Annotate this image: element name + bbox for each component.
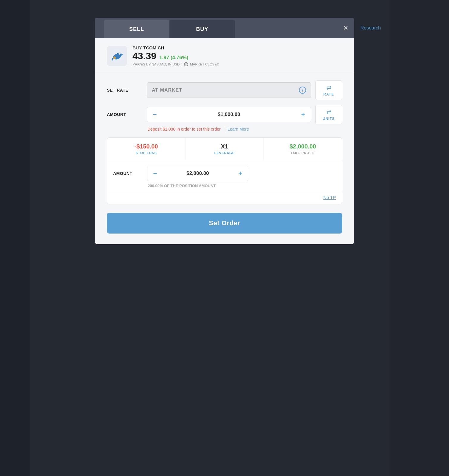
- tp-percentage-suffix: OF THE POSITION AMOUNT: [164, 184, 216, 188]
- stock-logo: [107, 46, 127, 66]
- set-rate-label: SET RATE: [107, 88, 143, 93]
- amount-input-group: − +: [147, 107, 311, 122]
- tp-amount-row: AMOUNT − +: [113, 166, 336, 181]
- tab-sell[interactable]: SELL: [104, 20, 169, 38]
- amount-decrease-button[interactable]: −: [147, 107, 163, 122]
- stock-meta: PRICES BY NASDAQ, IN USD | ⊙ MARKET CLOS…: [132, 62, 219, 66]
- set-rate-row: SET RATE AT MARKET i ⇄ RATE: [107, 80, 342, 100]
- tp-amount-input-group: − +: [147, 166, 248, 181]
- stock-action-label: BUY TCOM.CH: [132, 45, 219, 51]
- svg-point-5: [113, 57, 116, 59]
- stop-loss-label: STOP LOSS: [112, 151, 180, 155]
- research-label: Research: [361, 25, 381, 31]
- svg-point-4: [120, 54, 120, 55]
- take-profit-value: $2,000.00: [269, 143, 337, 150]
- rate-button-label: RATE: [323, 92, 334, 96]
- take-profit-label: TAKE PROFIT: [269, 151, 337, 155]
- info-icon[interactable]: i: [299, 87, 306, 94]
- stock-info: BUY TCOM.CH 43.39 1.97 (4.76%) PRICES BY…: [107, 45, 342, 66]
- dolphin-icon: [109, 48, 125, 64]
- stock-price-row: 43.39 1.97 (4.76%): [132, 51, 219, 62]
- tp-increase-button[interactable]: +: [233, 166, 248, 181]
- prices-by-label: PRICES BY NASDAQ, IN USD: [132, 62, 180, 66]
- learn-more-link[interactable]: Learn More: [227, 127, 249, 131]
- amount-input[interactable]: [163, 112, 295, 118]
- at-market-text: AT MARKET: [152, 87, 182, 93]
- modal-header: SELL BUY × Research: [95, 18, 354, 38]
- stop-loss-value: -$150.00: [112, 143, 180, 150]
- no-tp-button[interactable]: No TP: [323, 195, 336, 200]
- take-profit-section: AMOUNT − + 200.00% OF THE POSITION AMOUN…: [107, 160, 342, 191]
- units-arrows-icon: ⇄: [326, 108, 331, 115]
- trade-modal: SELL BUY × Research: [95, 18, 354, 244]
- rate-arrows-icon: ⇄: [326, 84, 331, 91]
- tp-amount-label: AMOUNT: [113, 171, 143, 176]
- leverage-value: X1: [190, 143, 259, 150]
- leverage-label: LEVERAGE: [190, 151, 259, 155]
- trade-info-box: -$150.00 STOP LOSS X1 LEVERAGE $2,000.00…: [107, 137, 342, 204]
- tp-amount-input[interactable]: [163, 170, 233, 176]
- modal-body: BUY TCOM.CH 43.39 1.97 (4.76%) PRICES BY…: [95, 38, 354, 244]
- trade-info-top-row: -$150.00 STOP LOSS X1 LEVERAGE $2,000.00…: [107, 138, 342, 160]
- amount-label: AMOUNT: [107, 112, 143, 117]
- no-tp-row: No TP: [107, 191, 342, 204]
- rate-toggle-button[interactable]: ⇄ RATE: [315, 80, 342, 100]
- stock-change: 1.97 (4.76%): [159, 55, 188, 61]
- tp-percentage-value: 200.00%: [148, 184, 163, 188]
- units-button-label: UNITS: [323, 117, 335, 121]
- stock-price: 43.39: [132, 51, 156, 62]
- divider: [95, 73, 354, 73]
- deposit-divider: |: [224, 127, 225, 131]
- stop-loss-cell[interactable]: -$150.00 STOP LOSS: [107, 138, 185, 160]
- amount-row: AMOUNT − + ⇄ UNITS: [107, 105, 342, 124]
- close-button[interactable]: ×: [343, 24, 348, 32]
- tp-percentage-text: 200.00% OF THE POSITION AMOUNT: [113, 184, 336, 188]
- deposit-notice: Deposit $1,000 in order to set this orde…: [107, 127, 342, 131]
- at-market-button[interactable]: AT MARKET i: [147, 82, 311, 98]
- deposit-text: Deposit $1,000 in order to set this orde…: [147, 127, 221, 131]
- leverage-cell[interactable]: X1 LEVERAGE: [185, 138, 264, 160]
- units-toggle-button[interactable]: ⇄ UNITS: [315, 105, 342, 124]
- set-order-button[interactable]: Set Order: [107, 213, 342, 234]
- amount-increase-button[interactable]: +: [295, 107, 311, 122]
- market-status-label: MARKET CLOSED: [190, 62, 219, 66]
- market-closed-icon: ⊙: [184, 62, 188, 66]
- tp-decrease-button[interactable]: −: [147, 166, 163, 181]
- tab-buy[interactable]: BUY: [169, 20, 235, 38]
- take-profit-cell[interactable]: $2,000.00 TAKE PROFIT: [264, 138, 342, 160]
- stock-details: BUY TCOM.CH 43.39 1.97 (4.76%) PRICES BY…: [132, 45, 219, 66]
